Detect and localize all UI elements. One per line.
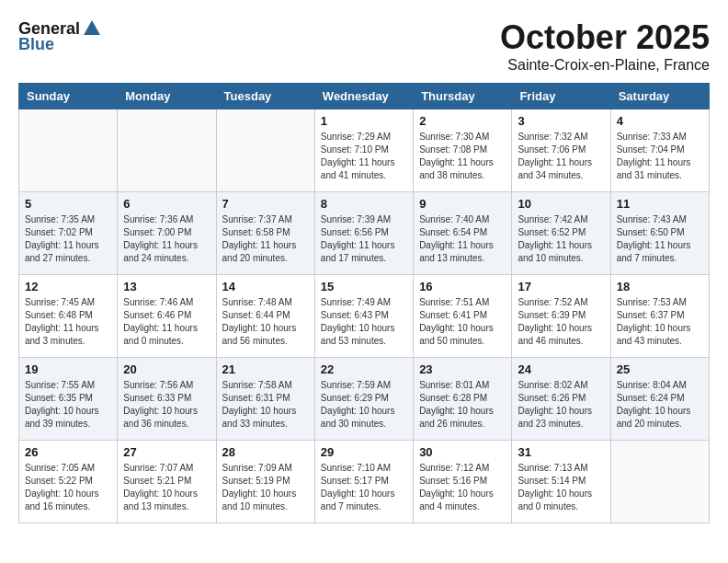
day-info: Sunrise: 7:39 AMSunset: 6:56 PMDaylight:… — [321, 213, 407, 265]
col-friday: Friday — [512, 84, 610, 109]
day-number: 31 — [518, 445, 604, 459]
header: General Blue October 2025 Sainte-Croix-e… — [18, 18, 710, 74]
day-number: 5 — [25, 197, 111, 211]
day-number: 7 — [222, 197, 309, 211]
day-info: Sunrise: 7:55 AMSunset: 6:35 PMDaylight:… — [25, 379, 111, 431]
table-cell: 3Sunrise: 7:32 AMSunset: 7:06 PMDaylight… — [512, 109, 610, 192]
day-number: 22 — [321, 362, 407, 376]
day-number: 2 — [419, 114, 506, 128]
table-cell: 11Sunrise: 7:43 AMSunset: 6:50 PMDayligh… — [610, 192, 709, 275]
day-number: 28 — [222, 445, 309, 459]
day-info: Sunrise: 7:10 AMSunset: 5:17 PMDaylight:… — [321, 462, 407, 513]
table-cell: 20Sunrise: 7:56 AMSunset: 6:33 PMDayligh… — [118, 358, 216, 441]
week-row-4: 19Sunrise: 7:55 AMSunset: 6:35 PMDayligh… — [19, 358, 710, 441]
day-number: 12 — [25, 280, 111, 293]
table-cell: 1Sunrise: 7:29 AMSunset: 7:10 PMDaylight… — [314, 109, 413, 192]
table-cell: 4Sunrise: 7:33 AMSunset: 7:04 PMDaylight… — [610, 109, 709, 192]
table-cell: 16Sunrise: 7:51 AMSunset: 6:41 PMDayligh… — [414, 275, 512, 358]
table-cell: 12Sunrise: 7:45 AMSunset: 6:48 PMDayligh… — [19, 275, 118, 358]
table-cell: 22Sunrise: 7:59 AMSunset: 6:29 PMDayligh… — [314, 358, 413, 441]
table-cell: 18Sunrise: 7:53 AMSunset: 6:37 PMDayligh… — [610, 275, 709, 358]
day-number: 27 — [123, 445, 210, 459]
col-monday: Monday — [118, 84, 216, 109]
day-info: Sunrise: 8:02 AMSunset: 6:26 PMDaylight:… — [518, 379, 604, 431]
day-number: 13 — [123, 280, 210, 293]
table-cell — [118, 109, 216, 192]
week-row-2: 5Sunrise: 7:35 AMSunset: 7:02 PMDaylight… — [19, 192, 710, 275]
day-info: Sunrise: 7:52 AMSunset: 6:39 PMDaylight:… — [518, 296, 604, 348]
table-cell: 24Sunrise: 8:02 AMSunset: 6:26 PMDayligh… — [512, 358, 610, 441]
logo-blue-text: Blue — [18, 35, 54, 54]
day-info: Sunrise: 7:36 AMSunset: 7:00 PMDaylight:… — [123, 213, 210, 265]
day-info: Sunrise: 7:05 AMSunset: 5:22 PMDaylight:… — [25, 462, 111, 513]
logo-icon — [82, 18, 102, 39]
day-info: Sunrise: 8:04 AMSunset: 6:24 PMDaylight:… — [617, 379, 703, 431]
table-cell — [19, 109, 118, 192]
week-row-5: 26Sunrise: 7:05 AMSunset: 5:22 PMDayligh… — [19, 441, 710, 523]
table-cell: 7Sunrise: 7:37 AMSunset: 6:58 PMDaylight… — [216, 192, 314, 275]
table-cell: 9Sunrise: 7:40 AMSunset: 6:54 PMDaylight… — [414, 192, 512, 275]
table-cell: 8Sunrise: 7:39 AMSunset: 6:56 PMDaylight… — [314, 192, 413, 275]
table-cell: 21Sunrise: 7:58 AMSunset: 6:31 PMDayligh… — [216, 358, 314, 441]
day-number: 20 — [123, 362, 210, 376]
col-wednesday: Wednesday — [314, 84, 413, 109]
table-cell — [216, 109, 314, 192]
day-number: 23 — [419, 362, 506, 376]
day-number: 3 — [518, 114, 604, 128]
col-tuesday: Tuesday — [216, 84, 314, 109]
day-number: 19 — [25, 362, 111, 376]
day-number: 14 — [222, 280, 309, 293]
table-cell: 6Sunrise: 7:36 AMSunset: 7:00 PMDaylight… — [118, 192, 216, 275]
day-number: 16 — [419, 280, 506, 293]
day-info: Sunrise: 7:40 AMSunset: 6:54 PMDaylight:… — [419, 213, 506, 265]
table-cell: 14Sunrise: 7:48 AMSunset: 6:44 PMDayligh… — [216, 275, 314, 358]
days-of-week-row: Sunday Monday Tuesday Wednesday Thursday… — [19, 84, 710, 109]
table-cell: 31Sunrise: 7:13 AMSunset: 5:14 PMDayligh… — [512, 441, 610, 523]
day-info: Sunrise: 7:32 AMSunset: 7:06 PMDaylight:… — [518, 131, 604, 182]
table-cell: 10Sunrise: 7:42 AMSunset: 6:52 PMDayligh… — [512, 192, 610, 275]
table-cell: 2Sunrise: 7:30 AMSunset: 7:08 PMDaylight… — [414, 109, 512, 192]
col-saturday: Saturday — [610, 84, 709, 109]
day-info: Sunrise: 7:49 AMSunset: 6:43 PMDaylight:… — [321, 296, 407, 348]
table-cell: 19Sunrise: 7:55 AMSunset: 6:35 PMDayligh… — [19, 358, 118, 441]
title-area: October 2025 Sainte-Croix-en-Plaine, Fra… — [500, 18, 710, 74]
calendar-table: Sunday Monday Tuesday Wednesday Thursday… — [18, 83, 710, 523]
day-info: Sunrise: 7:37 AMSunset: 6:58 PMDaylight:… — [222, 213, 309, 265]
col-thursday: Thursday — [414, 84, 512, 109]
day-info: Sunrise: 7:13 AMSunset: 5:14 PMDaylight:… — [518, 462, 604, 513]
day-number: 8 — [321, 197, 407, 211]
day-number: 25 — [617, 362, 703, 376]
day-info: Sunrise: 7:48 AMSunset: 6:44 PMDaylight:… — [222, 296, 309, 348]
table-cell: 17Sunrise: 7:52 AMSunset: 6:39 PMDayligh… — [512, 275, 610, 358]
day-number: 6 — [123, 197, 210, 211]
day-info: Sunrise: 7:33 AMSunset: 7:04 PMDaylight:… — [617, 131, 703, 182]
table-cell: 23Sunrise: 8:01 AMSunset: 6:28 PMDayligh… — [414, 358, 512, 441]
table-cell: 26Sunrise: 7:05 AMSunset: 5:22 PMDayligh… — [19, 441, 118, 523]
table-cell: 29Sunrise: 7:10 AMSunset: 5:17 PMDayligh… — [314, 441, 413, 523]
table-cell — [610, 441, 709, 523]
table-cell: 15Sunrise: 7:49 AMSunset: 6:43 PMDayligh… — [314, 275, 413, 358]
day-info: Sunrise: 7:59 AMSunset: 6:29 PMDaylight:… — [321, 379, 407, 431]
day-info: Sunrise: 7:53 AMSunset: 6:37 PMDaylight:… — [617, 296, 703, 348]
day-number: 29 — [321, 445, 407, 459]
table-cell: 27Sunrise: 7:07 AMSunset: 5:21 PMDayligh… — [118, 441, 216, 523]
day-number: 30 — [419, 445, 506, 459]
day-number: 11 — [617, 197, 703, 211]
week-row-3: 12Sunrise: 7:45 AMSunset: 6:48 PMDayligh… — [19, 275, 710, 358]
day-info: Sunrise: 7:35 AMSunset: 7:02 PMDaylight:… — [25, 213, 111, 265]
day-info: Sunrise: 7:51 AMSunset: 6:41 PMDaylight:… — [419, 296, 506, 348]
col-sunday: Sunday — [19, 84, 118, 109]
day-number: 9 — [419, 197, 506, 211]
day-info: Sunrise: 7:42 AMSunset: 6:52 PMDaylight:… — [518, 213, 604, 265]
day-info: Sunrise: 7:12 AMSunset: 5:16 PMDaylight:… — [419, 462, 506, 513]
day-info: Sunrise: 7:45 AMSunset: 6:48 PMDaylight:… — [25, 296, 111, 348]
day-info: Sunrise: 7:29 AMSunset: 7:10 PMDaylight:… — [321, 131, 407, 182]
day-number: 26 — [25, 445, 111, 459]
day-info: Sunrise: 7:09 AMSunset: 5:19 PMDaylight:… — [222, 462, 309, 513]
day-info: Sunrise: 8:01 AMSunset: 6:28 PMDaylight:… — [419, 379, 506, 431]
day-info: Sunrise: 7:30 AMSunset: 7:08 PMDaylight:… — [419, 131, 506, 182]
day-info: Sunrise: 7:58 AMSunset: 6:31 PMDaylight:… — [222, 379, 309, 431]
week-row-1: 1Sunrise: 7:29 AMSunset: 7:10 PMDaylight… — [19, 109, 710, 192]
day-info: Sunrise: 7:43 AMSunset: 6:50 PMDaylight:… — [617, 213, 703, 265]
table-cell: 13Sunrise: 7:46 AMSunset: 6:46 PMDayligh… — [118, 275, 216, 358]
